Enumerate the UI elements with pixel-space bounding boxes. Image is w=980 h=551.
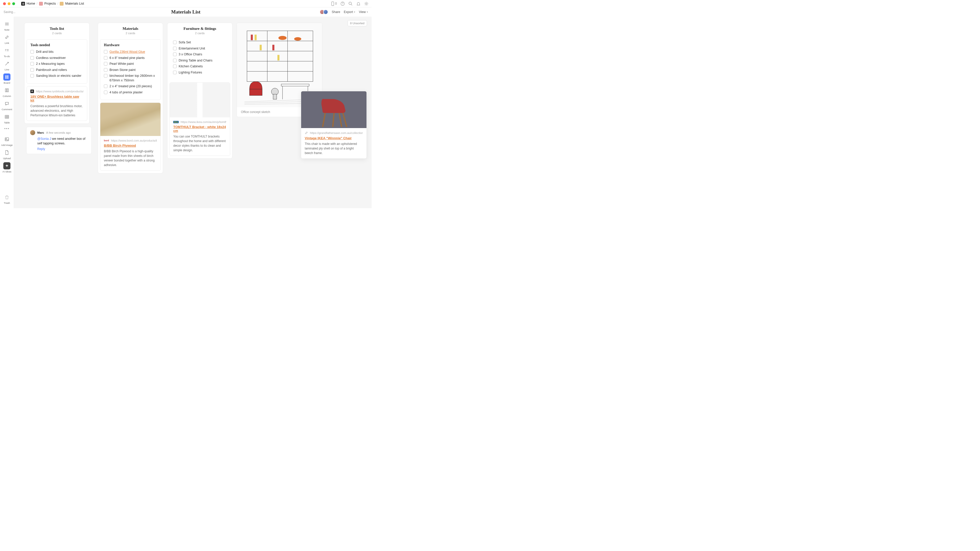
checkbox[interactable] (104, 50, 107, 54)
tool-link[interactable]: Link (0, 33, 14, 45)
todo-item[interactable]: birchwood timber top 2600mm x 670mm x 75… (104, 74, 157, 83)
checkbox[interactable] (173, 52, 177, 56)
canvas[interactable]: 0 Unsorted Tools list2 cards Tools neede… (14, 17, 372, 208)
card-furniture-list[interactable]: Sofa Set Entertainment Unit 3 x Office C… (169, 37, 230, 80)
comment-time: A few seconds ago (46, 131, 71, 134)
svg-text:?: ? (342, 2, 344, 5)
gear-icon[interactable] (364, 2, 369, 6)
bell-icon[interactable] (356, 2, 361, 6)
todo-item[interactable]: 2 x Measuring tapes (30, 62, 83, 66)
todo-item[interactable]: Kitchen Cabinets (173, 64, 227, 69)
close-window[interactable] (3, 2, 6, 5)
svg-rect-37 (259, 44, 262, 50)
column-furniture[interactable]: Furniture & fittings2 cards Sofa Set Ent… (167, 23, 232, 159)
checkbox[interactable] (173, 59, 177, 62)
checkbox[interactable] (173, 41, 177, 44)
floating-link-card-chair[interactable]: https://grandfathersaxe.com.au/collectio… (301, 91, 367, 159)
todo-item[interactable]: Lighting Fixtures (173, 70, 227, 75)
crumb-current[interactable]: Materials List (65, 2, 84, 5)
crumb-home[interactable]: Home (27, 2, 35, 5)
tool-trash[interactable]: Trash (0, 193, 14, 205)
todo-item[interactable]: 3 x Office Chairs (173, 52, 227, 57)
todo-item[interactable]: Pearl White paint (104, 62, 157, 66)
todo-item[interactable]: Dining Table and Chairs (173, 59, 227, 63)
card-title: Tools needed (30, 43, 83, 47)
tool-ai-ideas[interactable]: AI Ideas (0, 162, 14, 174)
share-button[interactable]: Share (332, 10, 340, 14)
link-desc: You can use TOMTHULT brackets throughout… (173, 134, 226, 152)
todo-item[interactable]: Gorilla 236ml Wood Glue (104, 50, 157, 54)
checkbox[interactable] (173, 47, 177, 50)
link-title[interactable]: TOMTHULT Bracket - white 18x24 cm (173, 125, 226, 133)
column-materials[interactable]: Materials2 cards Hardware Gorilla 236ml … (98, 23, 163, 173)
todo-item[interactable]: Entertainment Unit (173, 46, 227, 51)
maximize-window[interactable] (12, 2, 15, 5)
phone-icon (331, 2, 334, 6)
checkbox[interactable] (173, 65, 177, 68)
tool-column[interactable]: Column (0, 86, 14, 98)
mobile-badge[interactable]: 0 (331, 2, 337, 6)
column-tools[interactable]: Tools list2 cards Tools needed Drill and… (24, 23, 89, 124)
tool-board[interactable]: Board (0, 73, 14, 85)
help-icon[interactable]: ? (340, 2, 345, 6)
svg-rect-38 (277, 55, 280, 60)
checkbox[interactable] (30, 74, 34, 78)
checkbox[interactable] (104, 91, 107, 94)
checkbox[interactable] (30, 62, 34, 65)
todo-item[interactable]: Cordless screwdriver (30, 56, 83, 60)
checkbox[interactable] (104, 68, 107, 72)
checkbox[interactable] (104, 84, 107, 88)
minimize-window[interactable] (8, 2, 11, 5)
reply-button[interactable]: Reply (37, 147, 88, 151)
todo-item[interactable]: Brown Stone paint (104, 68, 157, 73)
link-title[interactable]: 18V ONE+ Brushless table saw kit (30, 95, 83, 102)
todo-item[interactable]: 4 tubs of premix plaster (104, 90, 157, 95)
checkbox[interactable] (104, 74, 107, 78)
tool-add-image[interactable]: Add image (0, 135, 14, 147)
tool-upload[interactable]: Upload (0, 148, 14, 160)
titlebar: ⊞ Home / Projects / Materials List 0 ? (0, 0, 372, 7)
tool-line[interactable]: Line (0, 59, 14, 72)
svg-point-3 (349, 2, 352, 5)
todo-item[interactable]: Sofa Set (173, 40, 227, 45)
tool-todo[interactable]: To-do (0, 46, 14, 59)
link-card-plywood[interactable]: bordhttps://www.bord.com.au/products/bir… (100, 103, 161, 171)
link-url: https://grandfathersaxe.com.au/collectio… (310, 131, 363, 135)
svg-rect-35 (272, 44, 274, 50)
comment[interactable]: MarcA few seconds ago @Sonia J we need a… (26, 127, 92, 154)
svg-rect-19 (5, 115, 9, 118)
card-hardware[interactable]: Hardware Gorilla 236ml Wood Glue 6 x 8" … (100, 39, 161, 100)
todo-item[interactable]: Drill and bits (30, 50, 83, 54)
search-icon[interactable] (348, 2, 353, 6)
checkbox[interactable] (30, 68, 34, 72)
home-icon: ⊞ (21, 2, 25, 6)
link-icon (305, 131, 308, 135)
todo-item[interactable]: 2 x 4" treated pine (20 pieces) (104, 84, 157, 89)
mention[interactable]: @Sonia J (37, 137, 51, 141)
link-card-ikea[interactable]: IKEAhttps://www.ikea.com/au/en/p/tomthul… (169, 83, 230, 156)
checkbox[interactable] (173, 71, 177, 74)
todo-item[interactable]: Sanding block or electric sander (30, 74, 83, 78)
svg-line-12 (5, 62, 8, 65)
card-title: Hardware (104, 43, 157, 47)
view-button[interactable]: View▾ (359, 10, 368, 14)
collaborator-avatars[interactable] (320, 10, 328, 14)
export-button[interactable]: Export▾ (344, 10, 355, 14)
checkbox[interactable] (30, 50, 34, 54)
crumb-projects[interactable]: Projects (45, 2, 56, 5)
checkbox[interactable] (104, 62, 107, 65)
tool-more[interactable]: ••• (0, 126, 14, 131)
todo-item[interactable]: Paintbrush and rollers (30, 68, 83, 73)
card-tools-needed[interactable]: Tools needed Drill and bits Cordless scr… (27, 39, 87, 84)
tool-comment[interactable]: Comment (0, 99, 14, 111)
checkbox[interactable] (104, 56, 107, 60)
todo-item[interactable]: 6 x 8" treated pine plants (104, 56, 157, 60)
unsorted-button[interactable]: 0 Unsorted (348, 20, 367, 26)
link-title[interactable]: B/BB Birch Plywood (104, 144, 157, 148)
link-title[interactable]: Vintage IKEA "Winnnie" Chair (305, 136, 363, 140)
item-link[interactable]: Gorilla 236ml Wood Glue (110, 50, 145, 54)
checkbox[interactable] (30, 56, 34, 60)
tool-table[interactable]: Table (0, 113, 14, 125)
link-card-ryobi[interactable]: Rhttps://www.ryobitools.com/products/det… (27, 86, 87, 121)
tool-note[interactable]: Note (0, 20, 14, 32)
